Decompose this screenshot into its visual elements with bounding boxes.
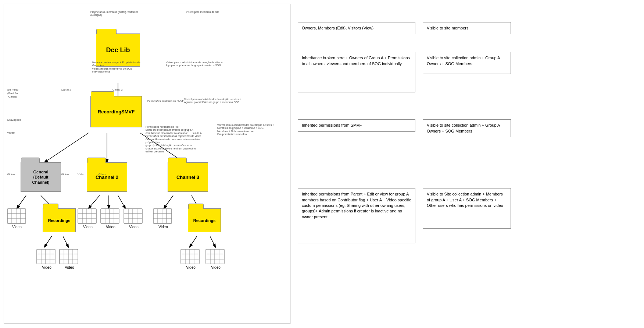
video-icon-ch2-1	[78, 208, 97, 224]
video-icon-ch2-2	[100, 208, 119, 224]
channel2-folder: Channel 2	[87, 162, 127, 192]
video-label-general-left: Video	[6, 225, 28, 229]
general-channel-label: General(DefaultChannel)	[32, 169, 49, 185]
video-label-ch2-1: Video	[77, 225, 99, 229]
svg-rect-27	[60, 249, 78, 264]
info-text-left-2: Inheritance broken here + Owners of Grou…	[302, 56, 410, 66]
channel3-folder: Channel 3	[168, 162, 208, 192]
pt-annot-smvf-detail-right: Visível para o administrador da coleção …	[217, 124, 274, 136]
video-icon-rec-left-1	[36, 249, 56, 264]
svg-line-7	[63, 236, 68, 247]
pt-annot-smvf: Permissões herdadas do SMVF	[147, 100, 184, 103]
info-box-left-2: Inheritance broken here + Owners of Grou…	[298, 52, 415, 92]
info-box-left-3: Inherited permissions from SMVF	[298, 119, 415, 131]
info-box-right-3: Visible to site collection admin + Group…	[423, 119, 511, 137]
diagram-area: Proprietários, membros (editar), visitan…	[4, 4, 290, 324]
video-label-rec-left-1: Video	[36, 265, 58, 269]
info-area: Owners, Members (Edit), Visitors (View) …	[290, 4, 640, 324]
pt-label-canal2: Canal 2	[61, 88, 71, 91]
info-text-left-1: Owners, Members (Edit), Visitors (View)	[302, 26, 373, 30]
channel3-label: Channel 3	[176, 174, 199, 180]
video-icon-general-left	[7, 208, 26, 224]
pt-label-canal3: Canal 3	[112, 88, 123, 91]
info-box-right-1: Visible to site members	[423, 22, 511, 34]
info-row-3: Inherited permissions from SMVF Visible …	[298, 119, 640, 137]
video-icon-rec-right-2	[205, 249, 225, 264]
video-icon-ch2-3	[124, 208, 143, 224]
pt-label-video4: Vídeo	[78, 173, 85, 176]
pt-annot-dcc-mid-right: Visível para o administrador da coleção …	[166, 61, 223, 67]
svg-line-4	[17, 195, 26, 208]
info-text-right-2: Visible to site collection admin + Group…	[427, 56, 500, 66]
svg-line-11	[164, 195, 173, 208]
video-label-ch3-1: Video	[152, 225, 174, 229]
info-text-right-1: Visible to site members	[427, 26, 469, 30]
pt-annot-dcc-top-right: Visível para membros do site	[186, 11, 219, 14]
info-text-right-3: Visible to site collection admin + Group…	[427, 123, 500, 133]
svg-rect-51	[153, 209, 172, 223]
pt-annot-smvf-detail: Permissões herdadas do Pai +Editar ou ex…	[146, 126, 210, 154]
pt-label-video5: Vídeo	[98, 173, 105, 176]
video-label-ch2-3: Video	[123, 225, 145, 229]
video-label-rec-right-1: Video	[180, 265, 202, 269]
info-box-right-4: Visible to Site collection admin + Membe…	[423, 188, 511, 229]
video-icon-rec-right-1	[180, 249, 200, 264]
pt-annot-smvf-right: Visível para o administrador da coleção …	[184, 98, 241, 104]
info-text-left-3: Inherited permissions from SMVF	[302, 123, 362, 127]
pt-annot-dcc-top: Proprietários, membros (editar), visitan…	[90, 11, 138, 17]
recordings-right-label: Recordings	[193, 218, 216, 223]
svg-rect-45	[124, 209, 142, 223]
recordings-right-folder: Recordings	[188, 208, 221, 232]
svg-rect-39	[101, 209, 119, 223]
info-box-right-2: Visible to site collection admin + Group…	[423, 52, 511, 74]
pt-annot-dcc-mid: Herança quebrada aqui + Proprietários de…	[92, 61, 140, 74]
svg-rect-63	[206, 249, 224, 264]
video-icon-rec-left-2	[59, 249, 78, 264]
pt-label-geral: Ge neral(PadrãoCanal)	[7, 88, 18, 99]
recording-smvf-label: RecordingSMVF	[98, 109, 135, 114]
video-label-ch2-2: Video	[100, 225, 122, 229]
info-box-left-4: Inherited permissions from Parent + Edit…	[298, 188, 415, 243]
svg-line-1	[44, 133, 89, 162]
svg-line-14	[210, 236, 215, 247]
general-channel-folder: General(DefaultChannel)	[21, 162, 61, 192]
svg-line-10	[118, 195, 125, 208]
info-text-left-4: Inherited permissions from Parent + Edit…	[302, 192, 411, 219]
info-text-right-4: Visible to Site collection admin + Membe…	[427, 192, 503, 208]
recordings-left-folder: Recordings	[43, 208, 76, 232]
recording-smvf-folder: RecordingSMVF	[90, 96, 142, 127]
info-row-1: Owners, Members (Edit), Visitors (View) …	[298, 22, 640, 34]
recordings-left-label: Recordings	[48, 218, 71, 223]
dcc-lib-label: Dcc Lib	[106, 46, 130, 54]
main-container: Proprietários, membros (editar), visitan…	[0, 0, 644, 328]
svg-rect-15	[7, 209, 26, 223]
svg-rect-33	[78, 209, 96, 223]
svg-rect-57	[181, 249, 199, 264]
svg-line-13	[190, 236, 197, 247]
info-row-2: Inheritance broken here + Owners of Grou…	[298, 52, 640, 92]
pt-label-video3: Vídeo	[61, 173, 69, 176]
svg-line-8	[89, 195, 100, 208]
pt-label-gravacoes: Gravações	[7, 118, 21, 121]
svg-rect-21	[37, 249, 55, 264]
info-box-left-1: Owners, Members (Edit), Visitors (View)	[298, 22, 415, 34]
video-label-rec-right-2: Video	[205, 265, 227, 269]
pt-label-video2: Vídeo	[7, 173, 15, 176]
video-icon-ch3-1	[153, 208, 172, 224]
info-row-4: Inherited permissions from Parent + Edit…	[298, 188, 640, 243]
svg-line-6	[44, 236, 52, 247]
video-label-rec-left-2: Video	[58, 265, 80, 269]
pt-label-video: Vídeo	[7, 131, 15, 134]
